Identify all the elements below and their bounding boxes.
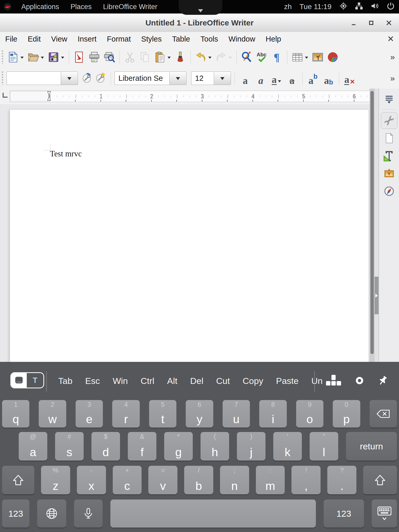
sidebar-collapse-handle[interactable] bbox=[375, 277, 378, 314]
key-x[interactable]: -x bbox=[77, 466, 106, 494]
print-button[interactable] bbox=[87, 49, 102, 65]
key-i[interactable]: 8i bbox=[259, 400, 287, 428]
key-copy[interactable]: Copy bbox=[243, 376, 263, 386]
sidebar-menu-icon[interactable] bbox=[384, 94, 394, 105]
screen-record-button[interactable] bbox=[339, 2, 348, 12]
key-e[interactable]: 3e bbox=[76, 400, 103, 428]
tab-stop-type-selector[interactable] bbox=[3, 93, 8, 98]
period-key[interactable]: ?. bbox=[327, 466, 356, 494]
clone-formatting-button[interactable] bbox=[173, 49, 188, 65]
layout-switcher-button[interactable] bbox=[325, 374, 342, 388]
paragraph-style-combobox[interactable] bbox=[6, 71, 78, 85]
numbers-key-left[interactable]: 123 bbox=[2, 500, 29, 528]
insert-image-button[interactable] bbox=[310, 49, 325, 65]
key-l[interactable]: "l bbox=[310, 432, 338, 461]
dropdown-arrow-icon[interactable] bbox=[278, 80, 281, 84]
key-tab[interactable]: Tab bbox=[58, 376, 72, 386]
key-cut[interactable]: Cut bbox=[216, 376, 230, 386]
dropdown-arrow-icon[interactable] bbox=[61, 57, 64, 60]
bold-button[interactable]: a bbox=[237, 69, 253, 88]
dropdown-arrow-icon[interactable] bbox=[229, 57, 232, 60]
keyboard-handle[interactable] bbox=[179, 0, 222, 15]
toolbar-drag-handle[interactable] bbox=[2, 50, 3, 64]
key-v[interactable]: =v bbox=[148, 466, 177, 494]
dropdown-arrow-icon[interactable] bbox=[168, 57, 171, 60]
superscript-button[interactable]: ab bbox=[305, 69, 321, 88]
open-button[interactable] bbox=[26, 49, 46, 65]
key-n[interactable]: ;n bbox=[220, 466, 249, 494]
export-pdf-button[interactable] bbox=[72, 49, 87, 65]
clock[interactable]: Tue 11:19 bbox=[300, 3, 331, 11]
font-size-combobox[interactable]: 12 bbox=[191, 71, 231, 85]
shift-left-key[interactable] bbox=[2, 466, 34, 494]
copy-button[interactable] bbox=[137, 49, 152, 65]
cut-button[interactable] bbox=[122, 49, 137, 65]
sidebar-tab-gallery[interactable] bbox=[381, 165, 397, 182]
numbers-key-right[interactable]: 123 bbox=[324, 500, 364, 528]
italic-button[interactable]: a bbox=[253, 69, 269, 88]
sidebar-tab-page[interactable] bbox=[381, 130, 397, 147]
key-g[interactable]: *g bbox=[164, 432, 193, 461]
paste-button[interactable] bbox=[152, 49, 173, 65]
sidebar-splitter[interactable] bbox=[374, 89, 379, 362]
menu-window[interactable]: Window bbox=[223, 32, 260, 46]
maximize-button[interactable] bbox=[367, 19, 375, 27]
dropdown-arrow-icon[interactable] bbox=[21, 57, 24, 60]
paragraph-style-dropdown[interactable] bbox=[61, 71, 78, 85]
close-button[interactable] bbox=[385, 19, 393, 27]
insert-chart-button[interactable] bbox=[325, 49, 340, 65]
sidebar-tab-navigator[interactable] bbox=[381, 183, 397, 200]
document-canvas[interactable]: Test mrvc bbox=[0, 104, 370, 362]
formatting-marks-button[interactable]: ¶ bbox=[269, 49, 284, 65]
key-o[interactable]: 9o bbox=[296, 400, 323, 428]
document-page[interactable]: Test mrvc bbox=[10, 109, 369, 362]
toolbar-overflow-button[interactable]: » bbox=[390, 74, 395, 83]
key-d[interactable]: $d bbox=[91, 432, 120, 461]
scrollbar-thumb[interactable] bbox=[370, 91, 374, 354]
sidebar-tab-properties[interactable] bbox=[381, 112, 397, 129]
clear-formatting-button[interactable]: a✕ bbox=[342, 69, 357, 88]
key-t[interactable]: 5t bbox=[149, 400, 176, 428]
dropdown-arrow-icon[interactable] bbox=[208, 57, 211, 60]
key-k[interactable]: 'k bbox=[273, 432, 302, 461]
key-j[interactable]: )j bbox=[237, 432, 265, 461]
shift-right-key[interactable] bbox=[363, 466, 397, 494]
key-esc[interactable]: Esc bbox=[85, 376, 100, 386]
menu-table[interactable]: Table bbox=[167, 32, 195, 46]
key-paste[interactable]: Paste bbox=[276, 376, 298, 386]
menu-help[interactable]: Help bbox=[261, 32, 287, 46]
key-f[interactable]: &f bbox=[128, 432, 156, 461]
subscript-button[interactable]: ab bbox=[321, 69, 336, 88]
document-paragraph[interactable]: Test mrvc bbox=[50, 149, 82, 158]
key-h[interactable]: (h bbox=[201, 432, 229, 461]
key-a[interactable]: @a bbox=[19, 432, 47, 461]
key-b[interactable]: /b bbox=[184, 466, 213, 494]
indent-marker[interactable] bbox=[46, 91, 52, 101]
network-button[interactable] bbox=[355, 2, 363, 12]
new-document-button[interactable] bbox=[5, 49, 26, 65]
key-w[interactable]: 2w bbox=[39, 400, 66, 428]
toolbar-overflow-button[interactable]: » bbox=[390, 52, 395, 62]
input-method-indicator[interactable]: zh bbox=[284, 3, 292, 11]
text-mode-button[interactable]: T bbox=[27, 373, 43, 388]
key-s[interactable]: #s bbox=[55, 432, 84, 461]
comma-key[interactable]: !, bbox=[291, 466, 321, 494]
dropdown-arrow-icon[interactable] bbox=[41, 57, 44, 60]
dropdown-arrow-icon[interactable] bbox=[305, 57, 308, 60]
topbar-menu-places[interactable]: Places bbox=[65, 0, 97, 14]
print-preview-button[interactable] bbox=[102, 49, 117, 65]
topbar-menu-applications[interactable]: Applications bbox=[16, 0, 65, 14]
volume-button[interactable] bbox=[370, 2, 379, 12]
backspace-key[interactable] bbox=[370, 400, 397, 428]
hide-keyboard-key[interactable] bbox=[372, 500, 397, 528]
paragraph-style-value[interactable] bbox=[6, 71, 61, 85]
menu-styles[interactable]: Styles bbox=[136, 32, 167, 46]
menu-view[interactable]: View bbox=[46, 32, 72, 46]
space-key[interactable] bbox=[110, 500, 316, 528]
key-z[interactable]: %z bbox=[41, 466, 70, 494]
ruler-margin-area[interactable] bbox=[10, 91, 50, 101]
horizontal-ruler[interactable]: 123456 bbox=[10, 91, 370, 102]
minimize-button[interactable] bbox=[350, 19, 358, 27]
toolbar-drag-handle[interactable] bbox=[2, 71, 3, 85]
return-key[interactable]: return bbox=[346, 432, 397, 461]
